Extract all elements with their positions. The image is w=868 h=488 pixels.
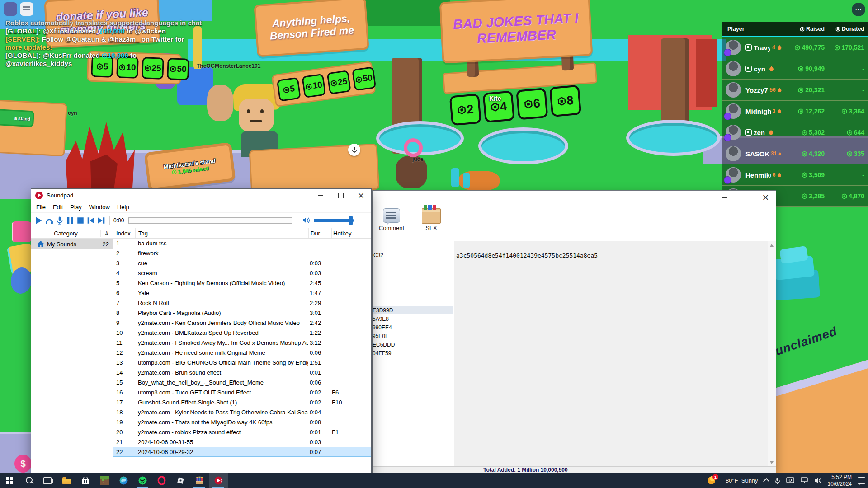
player-name: Travy xyxy=(754,44,770,52)
search-button[interactable] xyxy=(19,473,38,488)
hash-list-item[interactable]: E3D99D xyxy=(373,306,453,314)
unclaimed-plot-label: unclaimed xyxy=(774,324,839,359)
close-button[interactable]: × xyxy=(755,191,776,204)
sound-row[interactable]: 8 Playboi Carti - Magnolia (Audio) 3:01 xyxy=(113,308,371,318)
cast-display-icon[interactable] xyxy=(786,477,794,484)
sound-row[interactable]: 5 Ken Carson - Fighting My Demons (Offic… xyxy=(113,278,371,288)
maximize-button[interactable] xyxy=(330,189,351,202)
comment-tool[interactable]: Comment xyxy=(377,204,406,241)
minecraft-button[interactable] xyxy=(95,473,114,488)
soundpad-window: Soundpad × FileEditPlayWindowHelp 0:00 xyxy=(31,188,372,474)
sound-row[interactable]: 15 Boy_what_the_hell_boy_-_Sound_Effect_… xyxy=(113,377,371,387)
hash-list-item[interactable]: 04FF59 xyxy=(373,349,453,357)
scrollbar[interactable] xyxy=(768,241,776,467)
donate-button[interactable]: 5 xyxy=(277,77,301,102)
sound-row[interactable]: 10 y2mate.com - BMLKatozai Sped Up Rever… xyxy=(113,328,371,338)
donate-button[interactable]: 25 xyxy=(327,70,351,94)
seek-bar[interactable] xyxy=(128,217,292,224)
sfx-tool[interactable]: SFX xyxy=(417,204,446,241)
sound-row[interactable]: 6 Yale 1:47 xyxy=(113,288,371,298)
sound-row[interactable]: 9 y2mate.com - Ken Carson Jennifers Body… xyxy=(113,318,371,328)
weather-text[interactable]: 80°F Sunny xyxy=(726,477,758,484)
hash-list-item[interactable]: 990EE4 xyxy=(373,323,453,332)
menu-item[interactable]: Edit xyxy=(49,202,66,212)
clock[interactable]: 5:52 PM 10/6/2024 xyxy=(828,474,852,488)
task-view-button[interactable] xyxy=(38,473,57,488)
sound-row[interactable]: 13 utomp3.com - BIG CHUNGUS Official Mai… xyxy=(113,357,371,367)
sound-row[interactable]: 20 y2mate.com - roblox Pizza sound effec… xyxy=(113,427,371,437)
play-button[interactable] xyxy=(35,216,43,225)
action-center-icon[interactable] xyxy=(858,477,865,484)
menu-item[interactable]: Help xyxy=(113,202,133,212)
roblox-menu-icon[interactable]: ⋯ xyxy=(852,3,865,16)
scroll-down-icon[interactable] xyxy=(770,461,774,464)
headphones-button[interactable] xyxy=(45,216,53,225)
speaker-icon[interactable] xyxy=(302,216,310,224)
hash-output-area[interactable]: a3c50564d8e54f140012439e4575bc25514a8ea5 xyxy=(453,241,776,467)
menu-item[interactable]: Play xyxy=(66,202,85,212)
gift-button[interactable] xyxy=(12,221,32,242)
donate-button[interactable]: 2 xyxy=(449,94,482,126)
window-titlebar[interactable]: × xyxy=(373,191,776,204)
maximize-button[interactable] xyxy=(735,191,755,204)
spotify-button[interactable] xyxy=(133,473,152,488)
minimize-button[interactable] xyxy=(310,189,330,202)
sound-row[interactable]: 22 2024-10-06 00-29-32 0:07 xyxy=(113,447,371,457)
sound-row[interactable]: 14 y2mate.com - Bruh sound effect 0:01 xyxy=(113,367,371,377)
sound-row[interactable]: 18 y2mate.com - Kyler Needs to Pass Trig… xyxy=(113,407,371,417)
microphone-button[interactable] xyxy=(56,216,64,225)
donate-button[interactable]: 10 xyxy=(302,74,326,98)
sound-row[interactable]: 4 scream 0:03 xyxy=(113,268,371,278)
sound-row[interactable]: 2 firework xyxy=(113,248,371,258)
volume-slider[interactable] xyxy=(314,219,354,222)
scroll-up-icon[interactable] xyxy=(770,244,774,247)
winrar-button[interactable] xyxy=(190,473,209,488)
donate-button[interactable]: 6 xyxy=(516,88,548,120)
chat-bubble-icon[interactable] xyxy=(20,2,33,16)
start-button[interactable] xyxy=(0,473,19,488)
sound-row[interactable]: 12 y2mate.com - He need some milk Origin… xyxy=(113,347,371,357)
file-explorer-button[interactable] xyxy=(57,473,76,488)
network-icon[interactable] xyxy=(800,477,808,484)
menu-item[interactable]: File xyxy=(33,202,49,212)
sound-row[interactable]: 21 2024-10-06 00-31-55 0:03 xyxy=(113,437,371,447)
sound-row[interactable]: 19 y2mate.com - Thats not the MiyagiDo w… xyxy=(113,417,371,427)
volume-handle[interactable] xyxy=(349,216,353,225)
donate-button[interactable]: 8 xyxy=(549,85,582,117)
category-my-sounds[interactable]: My Sounds 22 xyxy=(31,239,113,249)
menu-item[interactable]: Window xyxy=(85,202,113,212)
premium-icon xyxy=(745,129,752,136)
previous-button[interactable] xyxy=(87,216,95,225)
stop-button[interactable] xyxy=(76,216,85,225)
tray-expand-icon[interactable] xyxy=(763,478,769,484)
sound-row[interactable]: 16 utomp3.com - Tuco GET OUT Sound Effec… xyxy=(113,387,371,397)
sound-row[interactable]: 3 cue 0:03 xyxy=(113,258,371,268)
prop-bottle xyxy=(451,168,459,187)
close-button[interactable]: × xyxy=(351,189,371,202)
next-button[interactable] xyxy=(97,216,105,225)
category-panel: Category # My Sounds 22 xyxy=(31,228,113,474)
window-titlebar[interactable]: Soundpad × xyxy=(31,189,371,202)
minimize-button[interactable] xyxy=(715,191,735,204)
sound-row[interactable]: 1 ba dum tss xyxy=(113,238,371,248)
soundpad-taskbar-button[interactable] xyxy=(209,473,228,488)
volume-icon[interactable] xyxy=(814,477,822,484)
weather-icon[interactable]: 1 xyxy=(708,477,715,484)
hash-list-item[interactable]: 5A9E8 xyxy=(373,314,453,323)
hash-list-item[interactable]: 95E0E xyxy=(373,332,453,340)
opera-gx-button[interactable] xyxy=(152,473,171,488)
roblox-button[interactable] xyxy=(171,473,190,488)
edge-button[interactable] xyxy=(114,473,133,488)
robux-icon xyxy=(798,87,804,93)
pause-button[interactable] xyxy=(66,216,74,225)
donate-currency-button[interactable]: $ xyxy=(14,455,32,473)
sound-row[interactable]: 7 Rock N Roll 2:29 xyxy=(113,298,371,308)
hash-list-item[interactable]: EC6DDD xyxy=(373,340,453,349)
sound-row[interactable]: 17 Gunshot-Sound-Effect-Single-Shot (1) … xyxy=(113,397,371,407)
windows-logo-icon xyxy=(6,477,13,484)
donate-button[interactable]: 50 xyxy=(352,66,376,91)
sound-row[interactable]: 11 y2mate.com - I Smoked Away My... Im G… xyxy=(113,338,371,347)
chat-toggle-icon[interactable] xyxy=(4,2,17,16)
microsoft-store-button[interactable] xyxy=(76,473,95,488)
microphone-tray-icon[interactable] xyxy=(774,477,780,484)
